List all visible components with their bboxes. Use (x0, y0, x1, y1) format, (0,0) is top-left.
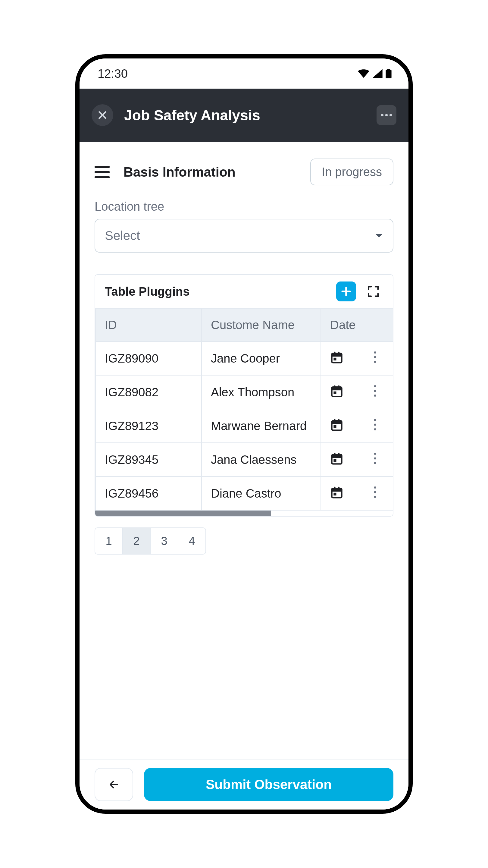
arrow-left-icon (107, 779, 121, 790)
section-title: Basis Information (124, 164, 310, 180)
submit-button[interactable]: Submit Observation (144, 768, 393, 801)
menu-button[interactable] (95, 164, 111, 181)
table-card: Table Pluggins ID Custome Name (95, 274, 393, 517)
more-vertical-icon (373, 351, 377, 366)
horizontal-scrollbar-thumb[interactable] (95, 510, 271, 516)
cell-actions[interactable] (357, 409, 393, 443)
header-title: Job Safety Analysis (124, 107, 366, 124)
cell-date[interactable] (321, 443, 357, 476)
cell-name: Marwane Bernard (201, 409, 321, 443)
page-button-1[interactable]: 1 (95, 527, 123, 555)
cell-actions[interactable] (357, 341, 393, 375)
calendar-icon (330, 384, 344, 400)
chevron-down-icon (375, 233, 383, 239)
add-button[interactable] (336, 281, 356, 301)
pagination: 1234 (79, 517, 409, 565)
column-header-name[interactable]: Custome Name (201, 308, 321, 341)
svg-point-18 (374, 385, 376, 387)
close-button[interactable] (92, 104, 113, 126)
table-scroll[interactable]: ID Custome Name Date IGZ89090Jane Cooper… (95, 308, 393, 516)
horizontal-scrollbar[interactable] (95, 510, 393, 516)
svg-point-10 (374, 351, 376, 353)
table-row[interactable]: IGZ89090Jane Cooper (96, 341, 393, 375)
header-more-button[interactable] (377, 105, 396, 125)
cell-id: IGZ89090 (96, 341, 201, 375)
expand-button[interactable] (363, 281, 383, 301)
page-button-2[interactable]: 2 (122, 527, 151, 555)
table-card-header: Table Pluggins (95, 275, 393, 308)
svg-point-34 (374, 453, 376, 455)
svg-point-42 (374, 486, 376, 488)
more-horizontal-icon (381, 113, 392, 117)
status-time: 12:30 (98, 67, 128, 81)
cell-actions[interactable] (357, 375, 393, 409)
svg-rect-40 (338, 487, 339, 489)
svg-point-19 (374, 390, 376, 392)
svg-rect-41 (333, 493, 336, 495)
cell-name: Diane Castro (201, 476, 321, 510)
table-row[interactable]: IGZ89123Marwane Bernard (96, 409, 393, 443)
svg-point-11 (374, 356, 376, 358)
svg-point-4 (390, 114, 392, 116)
cell-date[interactable] (321, 409, 357, 443)
more-vertical-icon (373, 418, 377, 433)
svg-rect-14 (332, 387, 342, 390)
column-header-date[interactable]: Date (321, 308, 393, 341)
cell-date[interactable] (321, 341, 357, 375)
expand-icon (367, 285, 380, 298)
cell-actions[interactable] (357, 443, 393, 476)
cell-id: IGZ89345 (96, 443, 201, 476)
svg-rect-15 (334, 385, 335, 388)
svg-rect-23 (334, 419, 335, 422)
calendar-icon (330, 452, 344, 468)
table-row[interactable]: IGZ89345Jana Claessens (96, 443, 393, 476)
svg-rect-24 (338, 419, 339, 422)
location-select[interactable]: Select (95, 219, 393, 253)
more-vertical-icon (373, 453, 377, 467)
svg-rect-16 (338, 385, 339, 388)
more-vertical-icon (373, 385, 377, 400)
cell-name: Jana Claessens (201, 443, 321, 476)
cell-date[interactable] (321, 375, 357, 409)
close-icon (97, 110, 108, 121)
table-header-row: ID Custome Name Date (96, 308, 393, 341)
svg-point-44 (374, 496, 376, 498)
back-button[interactable] (95, 768, 133, 801)
svg-rect-38 (332, 488, 342, 492)
calendar-icon (330, 418, 344, 434)
svg-rect-30 (332, 455, 342, 458)
table-row[interactable]: IGZ89456Diane Castro (96, 476, 393, 510)
submit-button-label: Submit Observation (206, 777, 332, 792)
location-label: Location tree (79, 200, 409, 219)
svg-point-2 (381, 114, 384, 116)
column-header-id[interactable]: ID (96, 308, 201, 341)
cell-actions[interactable] (357, 476, 393, 510)
svg-rect-22 (332, 421, 342, 424)
svg-point-26 (374, 418, 376, 421)
svg-rect-32 (338, 453, 339, 456)
svg-point-35 (374, 457, 376, 459)
calendar-icon (330, 486, 344, 501)
svg-rect-8 (338, 351, 339, 354)
hamburger-line (95, 166, 110, 168)
calendar-icon (330, 350, 344, 367)
page-button-4[interactable]: 4 (178, 527, 206, 555)
table-row[interactable]: IGZ89082Alex Thompson (96, 375, 393, 409)
status-badge[interactable]: In progress (310, 158, 393, 185)
more-vertical-icon (373, 486, 377, 501)
footer: Submit Observation (79, 759, 409, 809)
cell-name: Jane Cooper (201, 341, 321, 375)
location-select-placeholder: Select (105, 228, 140, 243)
svg-rect-33 (333, 459, 336, 461)
svg-rect-25 (333, 425, 336, 428)
cell-date[interactable] (321, 476, 357, 510)
svg-point-43 (374, 491, 376, 493)
phone-frame: 12:30 Job Safety Analysis Basis Informat… (75, 54, 413, 814)
page-button-3[interactable]: 3 (150, 527, 178, 555)
svg-point-36 (374, 462, 376, 464)
svg-rect-6 (332, 353, 342, 356)
hamburger-line (95, 176, 110, 178)
battery-icon (386, 69, 392, 79)
spacer (79, 565, 409, 759)
cellular-icon (372, 69, 383, 78)
